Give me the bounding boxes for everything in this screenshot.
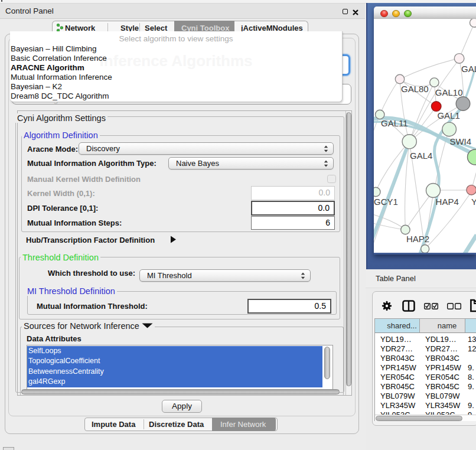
svg-text:HAP4: HAP4 — [436, 197, 459, 207]
svg-text:GCY1: GCY1 — [374, 197, 398, 207]
svg-text:SWI4: SWI4 — [449, 136, 471, 146]
svg-text:HAP2: HAP2 — [406, 234, 429, 244]
svg-text:GAL4: GAL4 — [410, 151, 432, 161]
svg-text:GAL: GAL — [461, 64, 476, 74]
svg-text:GAL10: GAL10 — [435, 87, 463, 97]
svg-text:GAL80: GAL80 — [401, 84, 429, 94]
svg-text:GAL11: GAL11 — [381, 118, 408, 128]
svg-text:GAL1: GAL1 — [437, 110, 459, 120]
svg-text:Y: Y — [471, 197, 476, 207]
